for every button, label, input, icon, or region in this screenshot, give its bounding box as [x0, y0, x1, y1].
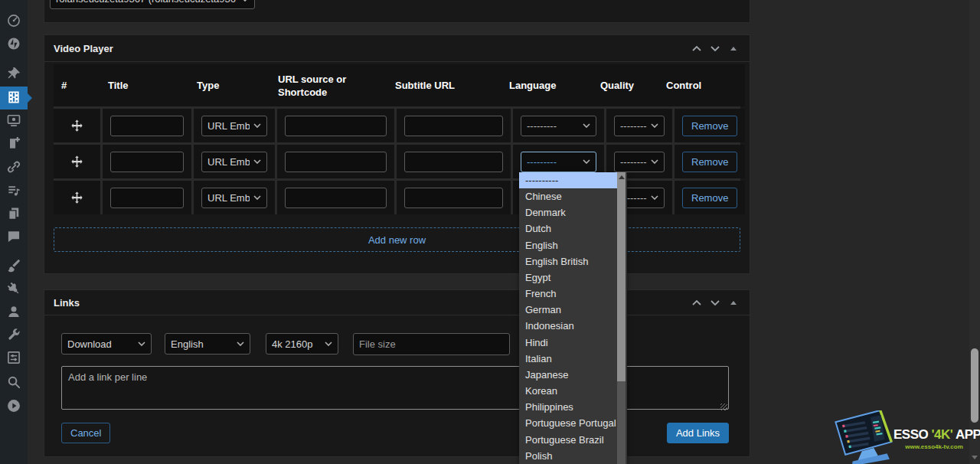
remove-button[interactable]: Remove — [682, 152, 737, 172]
active-menu-arrow — [28, 93, 32, 103]
pushpin-posts-icon[interactable] — [6, 66, 21, 81]
plugins-plug-icon[interactable] — [6, 281, 21, 296]
add-new-row-button[interactable]: Add new row — [54, 227, 740, 252]
subtitle-url-input[interactable] — [404, 188, 503, 208]
type-select[interactable]: URL Embed — [201, 152, 267, 172]
settings-icon[interactable] — [6, 350, 21, 365]
tools-wrench-icon[interactable] — [6, 327, 21, 342]
move-down-button[interactable] — [708, 296, 722, 309]
dashboard-icon[interactable] — [6, 13, 21, 28]
chevron-down-icon — [710, 46, 720, 51]
language-select[interactable]: --------- — [521, 116, 596, 136]
chevron-up-icon — [692, 300, 701, 306]
subtitle-url-input[interactable] — [404, 152, 503, 172]
drag-handle-icon[interactable] — [70, 155, 84, 169]
col-header-quality: Quality — [593, 79, 658, 92]
dropdown-scrollbar-thumb[interactable] — [617, 172, 626, 381]
appearance-brush-icon[interactable] — [6, 258, 21, 273]
chevron-down-icon — [241, 0, 249, 2]
links-textarea[interactable] — [61, 366, 729, 410]
playlist-icon[interactable] — [6, 183, 21, 198]
file-size-input[interactable] — [353, 333, 510, 355]
collapse-toggle-button[interactable] — [727, 296, 740, 309]
admin-sidebar — [0, 0, 28, 464]
jetpack-icon[interactable] — [6, 36, 21, 51]
cancel-button[interactable]: Cancel — [61, 423, 110, 443]
link-icon[interactable] — [6, 159, 21, 175]
page-scrollbar[interactable] — [969, 0, 980, 464]
language-option[interactable]: Portuguese Brazil — [519, 432, 617, 448]
language-option[interactable]: Portuguese Portugal — [519, 415, 617, 431]
url-source-input[interactable] — [285, 188, 387, 208]
type-select[interactable]: URL Embed — [201, 116, 267, 136]
table-row: URL Embed --------- --------- Remove — [54, 145, 745, 178]
chevron-down-icon — [583, 123, 590, 128]
resize-grip[interactable] — [720, 404, 727, 410]
chevron-down-icon — [651, 123, 658, 128]
title-input[interactable] — [110, 116, 184, 136]
triangle-up-icon — [730, 301, 737, 305]
panel-title: Links — [54, 297, 80, 309]
language-option[interactable]: French — [519, 286, 617, 302]
link-quality-select[interactable]: 4k 2160p — [266, 333, 338, 355]
col-header-url: URL source or Shortcode — [270, 73, 387, 99]
remove-button[interactable]: Remove — [682, 116, 737, 136]
chevron-down-icon — [583, 159, 590, 164]
table-row: URL Embed --------- --------- Remove — [54, 181, 745, 214]
url-source-input[interactable] — [285, 116, 387, 136]
language-option[interactable]: Philippines — [519, 399, 617, 415]
film-movies-icon[interactable] — [6, 90, 21, 105]
add-page-icon[interactable] — [6, 136, 21, 151]
users-icon[interactable] — [6, 304, 21, 319]
comments-icon[interactable] — [6, 229, 21, 244]
move-up-button[interactable] — [690, 41, 704, 55]
language-select-open[interactable]: --------- — [521, 152, 596, 172]
dropdown-scrollbar[interactable] — [617, 172, 626, 464]
remove-button[interactable]: Remove — [682, 188, 737, 208]
language-option[interactable]: English British — [519, 253, 617, 270]
top-panel: rolanseucuzeta9367 (rolanseucuzeta9367) — [44, 0, 750, 23]
search-icon[interactable] — [6, 374, 21, 390]
language-option[interactable]: Korean — [519, 383, 617, 399]
language-option-selected[interactable]: ---------- — [519, 172, 617, 188]
title-input[interactable] — [110, 152, 184, 172]
play-circle-icon[interactable] — [6, 398, 21, 413]
link-type-select[interactable]: Download — [61, 333, 152, 355]
video-screen-icon[interactable] — [6, 113, 21, 128]
drag-handle-icon[interactable] — [70, 119, 84, 133]
pages-icon[interactable] — [6, 206, 21, 221]
language-option[interactable]: Dutch — [519, 221, 617, 237]
collapse-toggle-button[interactable] — [727, 41, 740, 55]
drag-handle-icon[interactable] — [70, 191, 84, 205]
col-header-type: Type — [189, 79, 270, 92]
language-option[interactable]: Indonesian — [519, 318, 617, 334]
url-source-input[interactable] — [285, 152, 387, 172]
chevron-down-icon — [237, 341, 244, 346]
move-down-button[interactable] — [708, 41, 722, 55]
subtitle-url-input[interactable] — [404, 116, 503, 136]
quality-select[interactable]: --------- — [614, 152, 665, 172]
language-option[interactable]: German — [519, 302, 617, 318]
language-option[interactable]: Hindi — [519, 335, 617, 351]
move-up-button[interactable] — [690, 296, 704, 309]
language-option[interactable]: Chinese — [519, 188, 617, 204]
language-option[interactable]: Japanese — [519, 367, 617, 383]
scroll-up-arrow-icon[interactable] — [619, 175, 625, 179]
col-header-control: Control — [658, 79, 745, 92]
panel-title: Video Player — [54, 43, 113, 54]
language-option[interactable]: Polish — [519, 448, 617, 464]
video-player-header: Video Player — [44, 35, 750, 62]
chevron-down-icon — [138, 341, 145, 346]
language-option[interactable]: Italian — [519, 351, 617, 367]
quality-select[interactable]: --------- — [614, 116, 665, 136]
link-language-select[interactable]: English — [165, 333, 250, 355]
user-select[interactable]: rolanseucuzeta9367 (rolanseucuzeta9367) — [50, 0, 255, 9]
type-select[interactable]: URL Embed — [201, 188, 267, 208]
user-select-value: rolanseucuzeta9367 (rolanseucuzeta9367) — [56, 0, 237, 5]
language-option[interactable]: Denmark — [519, 204, 617, 221]
add-links-button[interactable]: Add Links — [667, 423, 729, 443]
language-option[interactable]: Egypt — [519, 270, 617, 286]
title-input[interactable] — [110, 188, 184, 208]
chevron-down-icon — [325, 341, 332, 346]
language-option[interactable]: English — [519, 237, 617, 253]
